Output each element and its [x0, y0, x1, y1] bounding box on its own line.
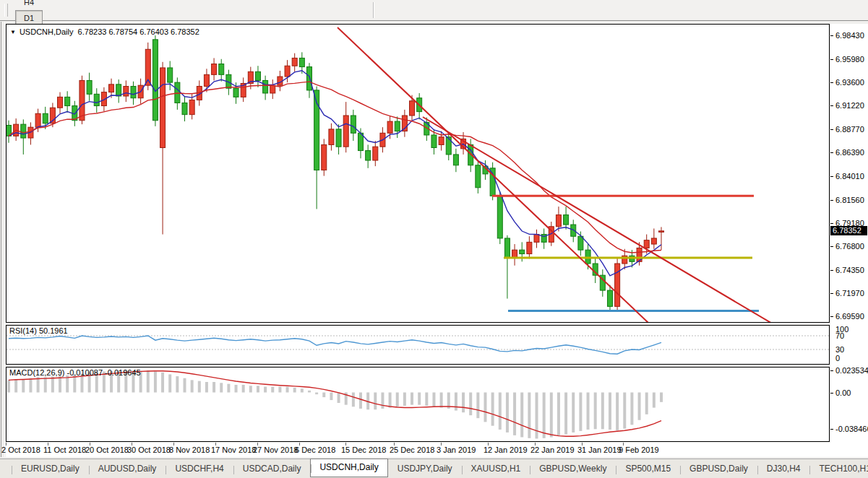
- date-tick-label: 17 Nov 2018: [211, 446, 256, 454]
- price-tick-mark: [830, 82, 833, 83]
- macd-histogram-bar: [653, 393, 656, 408]
- macd-histogram-bar: [499, 393, 502, 430]
- price-tick-label: 6.95980: [835, 55, 864, 64]
- macd-histogram-bar: [506, 393, 509, 433]
- toolbar-separator: [373, 2, 374, 18]
- price-tick-label: 6.88770: [835, 125, 864, 134]
- macd-histogram-bar: [352, 393, 355, 407]
- sma-18-line: [9, 82, 661, 253]
- macd-histogram-bar: [469, 393, 472, 416]
- chart-tab-bar: EURUSD,DailyAUDUSD,DailyUSDCHF,H4USDCAD,…: [0, 459, 868, 478]
- macd-histogram-bar: [645, 393, 648, 414]
- macd-histogram-bar: [198, 381, 201, 393]
- macd-histogram-bar: [520, 393, 523, 438]
- date-tick-label: 9 Feb 2019: [619, 446, 659, 454]
- rsi-label: RSI(14) 50.1961: [9, 326, 68, 335]
- date-tick-label: 31 Jan 2019: [577, 446, 622, 454]
- chart-tab[interactable]: USDCAD,Daily: [233, 461, 311, 477]
- price-tick-label: 6.98430: [835, 31, 864, 40]
- toolbar-grip-icon[interactable]: [4, 4, 8, 17]
- chart-symbol-label: USDCNH,Daily: [20, 27, 74, 36]
- date-tick-label: 12 Jan 2019: [484, 446, 528, 454]
- date-tick-label: 3 Jan 2019: [437, 446, 476, 454]
- macd-histogram-bar: [278, 387, 281, 393]
- chevron-down-icon[interactable]: ▼: [10, 29, 16, 35]
- chart-tab[interactable]: TECH100,H1: [809, 461, 868, 477]
- time-axis[interactable]: 2 Oct 201811 Oct 201820 Oct 201830 Oct 2…: [6, 443, 868, 457]
- macd-histogram-bar: [168, 374, 171, 392]
- macd-histogram-bar: [315, 393, 318, 395]
- macd-tick-mark: [830, 429, 833, 430]
- price-tick-label: 6.86390: [835, 148, 864, 157]
- macd-histogram-bar: [322, 393, 325, 398]
- price-chart-canvas[interactable]: [7, 25, 829, 322]
- macd-histogram-bar: [594, 393, 597, 430]
- rsi-indicator-panel[interactable]: [6, 325, 830, 365]
- macd-histogram-bar: [623, 393, 626, 429]
- macd-histogram-bar: [191, 380, 194, 392]
- price-tick-label: 6.93600: [835, 78, 864, 87]
- date-tick-label: 27 Nov 2018: [253, 446, 298, 454]
- price-tick-mark: [830, 176, 833, 177]
- macd-histogram-bar: [660, 393, 663, 402]
- chart-ohlc-values: 6.78233 6.78754 6.76403 6.78352: [78, 27, 199, 36]
- macd-histogram-bar: [564, 393, 567, 435]
- macd-indicator-panel[interactable]: [6, 367, 830, 442]
- rsi-canvas[interactable]: [7, 326, 829, 364]
- price-tick-mark: [830, 246, 833, 247]
- macd-histogram-bar: [271, 387, 274, 393]
- price-tick-label: 6.76800: [835, 242, 864, 251]
- macd-tick-mark: [830, 370, 833, 371]
- macd-tick-mark: [830, 393, 833, 394]
- macd-canvas[interactable]: [7, 368, 829, 441]
- macd-histogram-bar: [484, 393, 486, 422]
- macd-histogram-bar: [301, 388, 304, 392]
- trendline-object: [338, 27, 648, 322]
- macd-histogram-bar: [513, 393, 516, 435]
- macd-histogram-bar: [550, 393, 553, 438]
- macd-histogram-bar: [418, 393, 421, 405]
- timeframe-button[interactable]: H4: [15, 0, 43, 10]
- macd-histogram-bar: [44, 377, 47, 392]
- chart-tab[interactable]: GBPUSD,Weekly: [530, 461, 616, 477]
- chart-tab[interactable]: XAUUSD,H1: [462, 461, 530, 477]
- chart-tab[interactable]: AUDUSD,Daily: [89, 461, 166, 477]
- macd-histogram-bar: [249, 386, 252, 392]
- macd-histogram-bar: [630, 393, 633, 425]
- price-axis[interactable]: 6.984306.959806.936006.912206.887706.863…: [830, 24, 868, 457]
- macd-label: MACD(12,26,9) -0.010087 -0.019645: [9, 368, 141, 377]
- chart-tab[interactable]: USDCHF,H4: [166, 461, 233, 477]
- price-chart-panel[interactable]: [6, 24, 830, 323]
- date-tick-label: 2 Oct 2018: [1, 446, 40, 454]
- price-tick-mark: [830, 35, 833, 36]
- macd-histogram-bar: [22, 379, 25, 392]
- chart-tab[interactable]: USDCNH,Daily: [310, 459, 387, 477]
- macd-histogram-bar: [308, 391, 311, 393]
- macd-histogram-bar: [264, 387, 267, 393]
- macd-histogram-bar: [528, 393, 530, 438]
- macd-histogram-bar: [14, 379, 17, 392]
- macd-histogram-bar: [557, 393, 560, 436]
- macd-histogram-bar: [147, 370, 150, 392]
- price-tick-label: 6.69590: [835, 312, 864, 321]
- price-tick-mark: [830, 129, 833, 130]
- chart-tabs: EURUSD,DailyAUDUSD,DailyUSDCHF,H4USDCAD,…: [12, 460, 868, 477]
- timeframe-toolbar: M30H1H4D1W1MN: [0, 0, 868, 21]
- macd-histogram-bar: [432, 393, 435, 407]
- date-tick-label: 8 Nov 2018: [169, 446, 210, 454]
- chart-tab[interactable]: EURUSD,Daily: [12, 461, 89, 477]
- macd-histogram-bar: [374, 393, 377, 410]
- price-tick-mark: [830, 200, 833, 201]
- macd-histogram-bar: [440, 393, 443, 408]
- chart-tab[interactable]: GBPUSD,Daily: [680, 461, 757, 477]
- macd-histogram-bar: [572, 393, 575, 433]
- rsi-scale-label: 0: [835, 354, 840, 362]
- chart-tab[interactable]: SP500,M15: [616, 461, 680, 477]
- macd-histogram-bar: [403, 393, 406, 406]
- macd-histogram-bar: [411, 393, 413, 405]
- chart-tab[interactable]: DJ30,H4: [757, 461, 810, 477]
- chart-tab[interactable]: USDJPY,Daily: [388, 461, 462, 477]
- trendline-object: [423, 117, 773, 322]
- macd-histogram-bar: [396, 393, 399, 407]
- macd-histogram-bar: [286, 387, 289, 393]
